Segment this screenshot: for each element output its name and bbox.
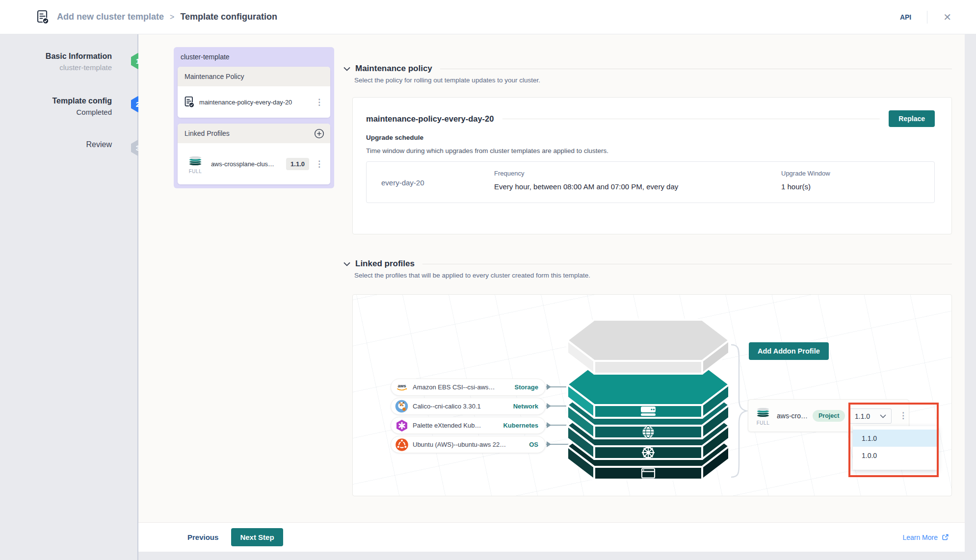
maintenance-policy-section-subtitle: Select the policy for rolling out templa… [354, 76, 540, 84]
profile-item-kebab-icon[interactable]: ⋮ [313, 160, 325, 168]
policy-doc-icon [185, 96, 194, 108]
section-rule [422, 264, 952, 264]
frequency-value: Every hour, between 08:00 AM and 07:00 P… [494, 182, 678, 191]
step-subtitle: Completed [53, 108, 112, 116]
step-basic-information[interactable]: Basic Information cluster-template [46, 52, 112, 72]
step-review[interactable]: Review [86, 140, 112, 149]
tree-root-label: cluster-template [181, 53, 330, 61]
cluster-stack-diagram [550, 317, 746, 484]
step-template-config[interactable]: Template config Completed [53, 97, 112, 116]
attached-profile-kebab-icon[interactable]: ⋮ [897, 411, 909, 420]
add-addon-profile-button[interactable]: Add Addon Profile [749, 342, 829, 360]
layer-pill-network[interactable]: Calico--cni-calico 3.30.1 Network [391, 398, 546, 415]
layer-type-tag: Kubernetes [503, 422, 538, 429]
step-subtitle: cluster-template [46, 63, 112, 72]
header-divider [927, 11, 927, 24]
learn-more-label: Learn More [902, 534, 938, 541]
policy-item-kebab-icon[interactable]: ⋮ [313, 98, 325, 106]
layer-label: Amazon EBS CSI--csi-aws… [413, 383, 512, 391]
layer-type-tag: Storage [515, 383, 538, 391]
version-dropdown[interactable]: 1.1.0 [849, 408, 892, 424]
layer-pill-kubernetes[interactable]: Palette eXtended Kub… Kubernetes [391, 417, 546, 434]
frequency-label: Frequency [494, 170, 524, 177]
maintenance-policy-item[interactable]: maintenance-policy-every-day-20 ⋮ [178, 86, 330, 118]
breadcrumb-separator: > [170, 13, 174, 22]
add-profile-plus-icon[interactable] [314, 128, 324, 139]
aws-logo-icon: aws [395, 381, 408, 394]
version-option[interactable]: 1.1.0 [853, 430, 938, 447]
step-title: Basic Information [46, 52, 112, 61]
linked-profiles-group-header: Linked Profiles [178, 124, 330, 143]
storage-layer-icon [641, 407, 656, 416]
palette-xks-logo-icon [395, 419, 408, 432]
section-title: Maintenance policy [355, 64, 432, 74]
learn-more-link[interactable]: Learn More [902, 534, 949, 541]
upgrade-schedule-description: Time window during which upgrades from c… [366, 147, 608, 154]
maintenance-policy-group: Maintenance Policy maintenance-policy-ev… [178, 67, 330, 118]
next-step-button[interactable]: Next Step [231, 528, 283, 546]
profile-layers-icon [756, 406, 770, 419]
step-title: Review [86, 140, 112, 149]
stack-brace [730, 344, 748, 478]
policy-rule [502, 119, 880, 119]
previous-button[interactable]: Previous [187, 533, 218, 541]
calico-logo-icon [395, 400, 408, 413]
profile-scope-label: FULL [189, 169, 202, 174]
group-header-label: Maintenance Policy [185, 73, 244, 80]
network-layer-icon [643, 427, 654, 438]
layer-pill-storage[interactable]: aws Amazon EBS CSI--csi-aws… Storage [391, 379, 546, 396]
layer-label: Palette eXtended Kub… [413, 422, 500, 429]
profile-item-label: aws-crossplane-clus… [211, 160, 282, 168]
section-rule [440, 69, 952, 69]
profile-scope-label: FULL [757, 420, 769, 426]
schedule-name: every-day-20 [381, 162, 424, 204]
header-bar: Add new cluster template > Template conf… [0, 0, 976, 34]
external-link-icon [942, 534, 949, 541]
kubernetes-layer-icon [642, 446, 655, 459]
collapse-chevron-icon[interactable] [343, 67, 350, 71]
maintenance-policy-card: maintenance-policy-every-day-20 Replace … [352, 97, 952, 234]
schedule-row: every-day-20 Frequency Every hour, betwe… [366, 161, 935, 203]
group-header-label: Linked Profiles [185, 129, 230, 137]
maintenance-policy-group-header: Maintenance Policy [178, 67, 330, 86]
profile-layers-icon [188, 154, 203, 167]
version-dropdown-menu: 1.1.0 1.0.0 [853, 426, 938, 470]
cluster-template-doc-icon [37, 10, 49, 25]
linked-profile-item[interactable]: FULL aws-crossplane-clus… 1.1.0 ⋮ [178, 143, 330, 184]
linked-profiles-card: aws Amazon EBS CSI--csi-aws… Storage Cal… [352, 294, 952, 496]
upgrade-window-value: 1 hour(s) [781, 182, 811, 191]
maintenance-policy-section-header: Maintenance policy [343, 64, 952, 74]
ubuntu-logo-icon [395, 438, 408, 451]
profile-version-chip: 1.1.0 [286, 158, 309, 170]
linked-profiles-section-subtitle: Select the profiles that will be applied… [354, 272, 590, 279]
api-link[interactable]: API [900, 13, 911, 21]
layer-type-tag: OS [529, 441, 538, 448]
layer-label: Calico--cni-calico 3.30.1 [413, 403, 510, 410]
replace-button[interactable]: Replace [889, 110, 935, 127]
layer-label: Ubuntu (AWS)--ubuntu-aws 22… [413, 441, 526, 448]
attached-profile-name: aws-cro… [777, 412, 808, 420]
layer-type-tag: Network [513, 403, 538, 410]
template-tree-panel: cluster-template Maintenance Policy main… [174, 47, 334, 188]
close-icon[interactable]: ✕ [943, 12, 951, 22]
upgrade-schedule-heading: Upgrade schedule [366, 134, 423, 141]
breadcrumb-current-step: Template configuration [180, 12, 277, 22]
policy-name: maintenance-policy-every-day-20 [366, 114, 494, 124]
collapse-chevron-icon[interactable] [343, 262, 350, 266]
linked-profiles-section-header: Linked profiles [343, 259, 952, 269]
breadcrumb-wizard-title[interactable]: Add new cluster template [57, 12, 164, 22]
svg-text:aws: aws [397, 383, 406, 388]
linked-profiles-group: Linked Profiles FULL [178, 124, 330, 184]
upgrade-window-label: Upgrade Window [781, 170, 830, 177]
version-option[interactable]: 1.0.0 [853, 447, 938, 464]
wizard-footer: Previous Next Step Learn More [138, 522, 965, 552]
wizard-step-rail: Basic Information cluster-template Templ… [0, 34, 138, 560]
section-title: Linked profiles [355, 259, 415, 269]
chevron-down-icon [880, 414, 886, 418]
profile-context-badge: Project [813, 410, 845, 422]
selected-version: 1.1.0 [855, 412, 870, 420]
step-title: Template config [53, 97, 112, 105]
policy-item-label: maintenance-policy-every-day-20 [199, 99, 313, 106]
layer-pill-os[interactable]: Ubuntu (AWS)--ubuntu-aws 22… OS [391, 436, 546, 453]
